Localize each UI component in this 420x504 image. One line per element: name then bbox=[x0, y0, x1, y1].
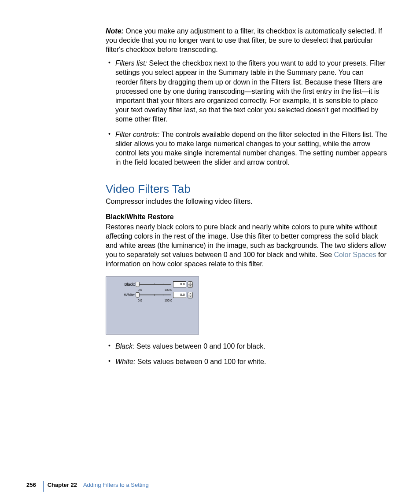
filter-panel-screenshot: Black: 0.0 ▲ ▼ 0.0 bbox=[106, 276, 387, 335]
color-spaces-link[interactable]: Color Spaces bbox=[334, 251, 376, 258]
chapter-title: Adding Filters to a Setting bbox=[83, 482, 149, 488]
page-footer: 256 Chapter 22 Adding Filters to a Setti… bbox=[26, 482, 149, 488]
list-item: Black: Sets values between 0 and 100 for… bbox=[106, 342, 387, 351]
note-text: Once you make any adjustment to a filter… bbox=[106, 27, 382, 53]
section-intro: Compressor includes the following video … bbox=[106, 197, 387, 206]
note-paragraph: Note: Once you make any adjustment to a … bbox=[106, 26, 387, 54]
list-item: White: Sets values between 0 and 100 for… bbox=[106, 357, 387, 366]
term-filters-list: Filters list: bbox=[115, 59, 147, 67]
page-number: 256 bbox=[26, 482, 36, 488]
chevron-down-icon[interactable]: ▼ bbox=[188, 295, 192, 298]
term-black: Black: bbox=[115, 342, 135, 350]
black-label: Black: bbox=[111, 282, 137, 287]
term-filters-list-text: Select the checkbox next to the filters … bbox=[115, 59, 386, 123]
parameter-list: Black: Sets values between 0 and 100 for… bbox=[106, 342, 387, 366]
black-white-restore-panel: Black: 0.0 ▲ ▼ 0.0 bbox=[106, 276, 199, 335]
white-label: White: bbox=[111, 293, 137, 297]
term-filter-controls: Filter controls: bbox=[115, 131, 159, 138]
list-item: Filters list: Select the checkbox next t… bbox=[106, 59, 387, 124]
black-stepper[interactable]: ▲ ▼ bbox=[188, 281, 193, 288]
white-slider[interactable] bbox=[137, 293, 171, 297]
chapter-label: Chapter 22 bbox=[48, 482, 77, 488]
white-scale: 0.0 100.0 bbox=[138, 297, 172, 303]
list-item: Filter controls: The controls available … bbox=[106, 130, 387, 167]
note-label: Note: bbox=[106, 27, 124, 35]
white-stepper[interactable]: ▲ ▼ bbox=[188, 292, 193, 298]
term-black-text: Sets values between 0 and 100 for black. bbox=[136, 342, 265, 350]
black-slider[interactable] bbox=[137, 282, 171, 287]
white-value-field[interactable]: 0.0 bbox=[173, 292, 186, 298]
subsection-heading: Black/White Restore bbox=[106, 212, 387, 221]
black-value-field[interactable]: 0.0 bbox=[173, 281, 186, 287]
term-white: White: bbox=[115, 358, 135, 365]
filter-topic-list: Filters list: Select the checkbox next t… bbox=[106, 59, 387, 167]
section-heading: Video Filters Tab bbox=[106, 182, 387, 196]
term-white-text: Sets values between 0 and 100 for white. bbox=[137, 358, 266, 365]
chevron-down-icon[interactable]: ▼ bbox=[188, 285, 192, 287]
subsection-body: Restores nearly black colors to pure bla… bbox=[106, 222, 387, 269]
